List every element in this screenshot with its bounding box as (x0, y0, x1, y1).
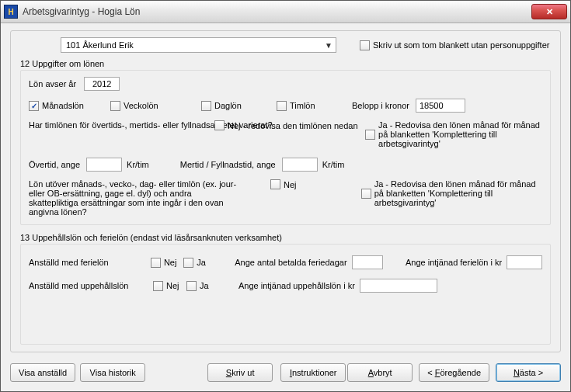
daglon-checkbox[interactable] (201, 101, 211, 111)
q2-nej-label: Nej (284, 180, 297, 189)
uppeh-nej-checkbox[interactable] (153, 281, 163, 291)
timlon-label: Timlön (290, 101, 352, 110)
betalda-feriedagar-input[interactable] (352, 255, 383, 269)
timlon-checkbox[interactable] (277, 101, 287, 111)
intjanad-ferie-label: Ange intjänad ferielön i kr (406, 258, 502, 267)
year-input[interactable] (84, 77, 120, 91)
salary-type-row: ✓ Månadslön Veckolön Daglön Timlön Belop… (29, 99, 542, 113)
q1-row: Har timlönen för övertids-, mertids- ell… (29, 120, 542, 148)
uppeh-nej-label: Nej (166, 281, 186, 290)
belopp-input[interactable] (416, 99, 465, 113)
q1-nej-checkbox[interactable] (214, 120, 225, 130)
main-frame: 101 Åkerlund Erik ▼ Skriv ut som tom bla… (10, 30, 561, 352)
app-icon: H (4, 5, 18, 19)
mertid-input[interactable] (282, 158, 318, 172)
chevron-down-icon: ▼ (325, 41, 333, 50)
button-bar: Visa anställd Visa historik Skriv ut Ins… (10, 363, 561, 382)
visa-historik-button[interactable]: Visa historik (80, 363, 145, 382)
close-button[interactable]: ✕ (531, 4, 567, 19)
avbryt-button[interactable]: Avbryt (347, 363, 413, 382)
ferie-row: Anställd med ferielön Nej Ja Ange antal … (29, 255, 542, 269)
ferie-ja-label: Ja (197, 258, 235, 267)
visa-anstalld-button[interactable]: Visa anställd (10, 363, 75, 382)
uppeh-row: Anställd med uppehållslön Nej Ja Ange in… (29, 279, 542, 293)
q1-nej-wrap: Nej - redovisa den timlönen nedan (214, 120, 358, 130)
year-row: Lön avser år (29, 77, 542, 91)
q2-label: Lön utöver månads-, vecko-, dag- eller t… (29, 179, 240, 217)
intjanad-ferie-input[interactable] (507, 255, 542, 269)
ferie-nej-checkbox[interactable] (151, 258, 161, 268)
q2-nej-wrap: Nej (270, 179, 346, 189)
betalda-feriedagar-label: Ange antal betalda feriedagar (235, 258, 346, 267)
q2-ja-wrap: Ja - Redovisa den lönen månad för månad … (361, 179, 542, 207)
q2-row: Lön utöver månads-, vecko-, dag- eller t… (29, 179, 542, 217)
ferie-ja-checkbox[interactable] (183, 258, 193, 268)
instruktioner-rest: nstruktioner (292, 368, 336, 377)
blank-form-label: Skriv ut som tom blankett utan personupp… (373, 40, 549, 50)
anst-uppeh-label: Anställd med uppehållslön (29, 281, 153, 290)
intjanad-uppeh-label: Ange intjänad uppehållslön i kr (238, 281, 355, 290)
belopp-label: Belopp i kronor (352, 101, 409, 110)
q2-ja-checkbox[interactable] (361, 189, 371, 199)
employee-dropdown-value: 101 Åkerlund Erik (66, 40, 325, 50)
q1-ja-label: Ja - Redovisa den lönen månad för månad … (378, 120, 542, 148)
instruktioner-button[interactable]: Instruktioner (280, 363, 346, 382)
section12-group: Lön avser år ✓ Månadslön Veckolön Daglön… (20, 70, 551, 225)
daglon-label: Daglön (214, 101, 277, 110)
q2-nej-checkbox[interactable] (270, 179, 280, 189)
top-row: 101 Åkerlund Erik ▼ Skriv ut som tom bla… (20, 37, 551, 53)
skriv-ut-rest: kriv ut (232, 368, 254, 377)
q1-nej-label: Nej - redovisa den timlönen nedan (228, 121, 358, 130)
overtid-unit: Kr/tim (127, 160, 149, 169)
mertid-unit: Kr/tim (322, 160, 345, 169)
q1-ja-checkbox[interactable] (365, 130, 375, 140)
close-icon: ✕ (546, 7, 553, 17)
year-label: Lön avser år (29, 79, 76, 88)
section13-header: 13 Uppehållslön och ferielön (endast vid… (20, 233, 551, 242)
nasta-button[interactable]: Nästa > (496, 363, 561, 382)
manadslon-checkbox[interactable]: ✓ (29, 101, 39, 111)
foregaende-rest: öregående (440, 368, 481, 377)
section13-group: Anställd med ferielön Nej Ja Ange antal … (20, 244, 551, 345)
window-title: Arbetsgivarintyg - Hogia Lön (23, 6, 531, 17)
ferie-nej-label: Nej (164, 258, 184, 267)
skriv-ut-button[interactable]: Skriv ut (207, 363, 273, 382)
anst-ferie-label: Anställd med ferielön (29, 258, 151, 267)
uppeh-ja-checkbox[interactable] (186, 281, 197, 291)
overtid-label: Övertid, ange (29, 160, 80, 169)
intjanad-uppeh-input[interactable] (360, 279, 437, 293)
nasta-rest: ästa > (520, 368, 543, 377)
window: H Arbetsgivarintyg - Hogia Lön ✕ 101 Åke… (0, 0, 571, 392)
visa-historik-label: Visa historik (90, 368, 136, 377)
uppeh-ja-label: Ja (200, 281, 238, 290)
overtime-row: Övertid, ange Kr/tim Mertid / Fyllnadsti… (29, 158, 542, 172)
visa-anstalld-label: Visa anställd (19, 368, 67, 377)
employee-dropdown[interactable]: 101 Åkerlund Erik ▼ (61, 37, 336, 53)
veckolon-checkbox[interactable] (110, 101, 120, 111)
titlebar: H Arbetsgivarintyg - Hogia Lön ✕ (1, 1, 570, 23)
blank-form-checkbox[interactable] (360, 40, 370, 50)
veckolon-label: Veckolön (124, 101, 201, 110)
q1-ja-wrap: Ja - Redovisa den lönen månad för månad … (365, 120, 542, 148)
foregaende-button[interactable]: < Föregående (419, 363, 489, 382)
avbryt-rest: vbryt (374, 368, 392, 377)
mertid-label: Mertid / Fyllnadstid, ange (180, 160, 276, 169)
q1-label: Har timlönen för övertids-, mertids- ell… (29, 120, 200, 130)
q2-ja-label: Ja - Redovisa den lönen månad för månad … (374, 179, 542, 207)
overtid-input[interactable] (86, 158, 122, 172)
section12-header: 12 Uppgifter om lönen (20, 59, 551, 68)
manadslon-label: Månadslön (42, 101, 110, 110)
